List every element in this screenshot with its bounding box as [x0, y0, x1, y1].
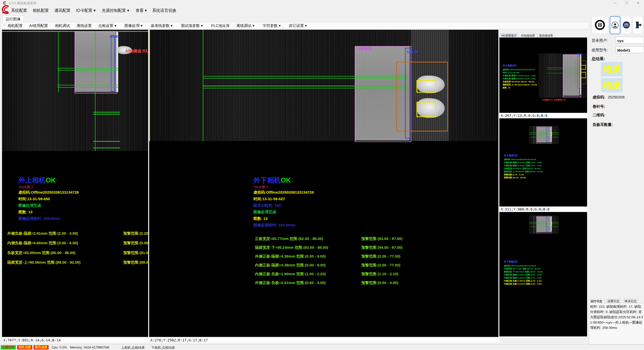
- center-measure-warn: 预警范围:(94.00 - 97.00): [361, 245, 402, 250]
- tool-test-item-params[interactable]: 测试项参数 ▾: [181, 23, 203, 28]
- left-green-hline-4: [57, 87, 118, 88]
- maximize-button[interactable]: ☐: [621, 0, 632, 6]
- ng-thumb-panel-3[interactable]: 外下相机OK 虚拟码:Offline20250208133134728 正极宽度…: [499, 212, 587, 336]
- log-panel[interactable]: 耗时: 222, 缺陷检测耗时: 17, 缺陷分类耗时: 0, 缺陷提取分区耗时…: [589, 303, 644, 344]
- tool-baseline-params[interactable]: 基准线参数 ▾: [151, 23, 173, 28]
- virtual-code-label: 虚拟码:: [593, 95, 605, 100]
- ng-thumb2-line: 负极宽度=83.05mm 范围:(80.00 - 86.00): [504, 167, 540, 170]
- tab-data-curve[interactable]: 数据曲线图: [538, 33, 555, 38]
- qr-code-label: 二维码:: [593, 113, 605, 118]
- menu-io-card-config[interactable]: IO卡配置 ▾: [76, 8, 95, 13]
- tool-camera-debug[interactable]: 相机调试: [55, 23, 70, 28]
- exit-button[interactable]: [633, 16, 643, 34]
- ng-thumb2-line: 外上相机OK: [504, 154, 518, 157]
- menu-system-config[interactable]: 系统配置: [11, 8, 27, 13]
- app-window: CYS-视觉检测系统 — ☐ ✕ 系统配置 相机配置 通讯配置 IO卡配置 ▾ …: [0, 0, 644, 350]
- ng-thumb-panel-1[interactable]: 123.88 AI动阈值:93, 动态阈值:100 外上相机OK 虚拟码:Off…: [499, 38, 587, 113]
- ng-thumb3-line: 外下相机OK: [504, 260, 518, 263]
- toolbar-grip-icon[interactable]: ⣿: [3, 23, 5, 27]
- tab-setting-log[interactable]: 设置日志: [606, 299, 621, 303]
- center-measure-row: 内侧正极-负极=1.90mm 范围:(1.00 - 2.20): [255, 272, 326, 276]
- menu-view[interactable]: 查看 ▾: [136, 8, 147, 13]
- close-button[interactable]: ✕: [632, 0, 644, 6]
- pause-button[interactable]: [592, 16, 608, 34]
- ng-thumb2-line: 预警范围:(81.00 - 85.00): [504, 176, 526, 179]
- model-input[interactable]: [616, 46, 644, 53]
- ng-thumb1-line: 外侧负极-隔膜=2.91mm (2.00 - 3.50): [503, 74, 536, 77]
- tool-spot-check-setting[interactable]: 点检设置 ▾: [98, 23, 116, 28]
- ng-thumb1-line: 负极宽度=83.05mm (80.00 - 86.00): [503, 80, 534, 83]
- center-edge-value: 123.88: [407, 49, 418, 54]
- left-camera-ok: OK: [46, 177, 56, 184]
- center-camera-ok: OK: [281, 177, 291, 184]
- tool-image-process[interactable]: 图像处理 ▾: [124, 23, 143, 28]
- left-camera-cursor-status: X:7677;Y:891;R:14;G:14;B:14: [2, 337, 150, 343]
- winding-pin-label: 卷针号:: [593, 104, 605, 109]
- window-title: CYS-视觉检测系统: [9, 1, 37, 6]
- menu-bar: 系统配置 相机配置 通讯配置 IO卡配置 ▾ 光源控制配置 ▾ 查看 ▾ 系统语…: [0, 6, 644, 16]
- left-edge-value: 55.88: [110, 34, 119, 39]
- bottom-status-bar: 心跳信号 相机连接 通讯连接 Cpu: 0.0% Memory: 3424.41…: [0, 344, 644, 350]
- menu-light-control-config[interactable]: 光源控制配置 ▾: [102, 8, 129, 13]
- tool-camera-config[interactable]: 相机配置: [8, 23, 23, 28]
- menu-language-switch[interactable]: 系统语言切换: [152, 8, 176, 13]
- center-green-vline: [203, 30, 203, 141]
- left-green-hline-3: [57, 85, 118, 85]
- tool-offline-debug[interactable]: 离线调试 ▾: [236, 23, 254, 28]
- center-measure-warn: 预警范围:(2.00 - 77.00): [361, 254, 400, 259]
- center-camera-title: 外下相机OK: [253, 176, 291, 185]
- left-frame-count: 图数: 13: [18, 210, 33, 215]
- tab-run-log[interactable]: 运行日志: [589, 299, 604, 303]
- menu-comm-config[interactable]: 通讯配置: [54, 8, 71, 13]
- center-measure-row: 内侧正极-隔膜=4.38mm 范围:(0.00 - 9.00): [255, 263, 326, 268]
- tool-char-params[interactable]: 字符参数 ▾: [263, 23, 281, 28]
- tab-error-log[interactable]: 错误日志: [623, 299, 638, 303]
- left-yellow-baseline: [2, 31, 148, 32]
- tab-run-image[interactable]: 运行图像: [3, 16, 24, 22]
- ng-thumb1-line: 时间:13-31-59-650: [503, 71, 520, 74]
- comm-link-badge: 通讯连接: [34, 345, 49, 349]
- center-yellow-box-2: [416, 102, 436, 117]
- ng-thumb2-line: 外侧负极-隔膜=2.91mm 范围:(2.00 - 3.50): [504, 161, 542, 164]
- pause-icon: [594, 19, 605, 30]
- center-green-hline-4: [203, 88, 406, 88]
- ng-thumb1-line: 图数: 13: [503, 86, 510, 89]
- left-measure-rect: [111, 35, 115, 92]
- center-measure-warn: 预警范围:(2.00 - 77.00): [361, 263, 400, 268]
- left-camera-title: 外上相机OK: [18, 176, 56, 185]
- login-user-input[interactable]: [616, 37, 644, 44]
- tab-ng-view[interactable]: NG观图显示: [500, 33, 518, 38]
- tool-offline-setting[interactable]: 离线设置: [77, 23, 92, 28]
- minimize-button[interactable]: —: [609, 0, 621, 6]
- center-ng-count: NG次数:0: [254, 185, 268, 189]
- ng-thumb-panel-2[interactable]: 外上相机OK 虚拟码:Offline20250208133134728 外侧负极…: [499, 118, 587, 206]
- center-measure-warn: 预警范围:(0.60 - 4.00): [361, 281, 398, 285]
- tool-other-settings[interactable]: 其它设置 ▾: [289, 23, 307, 28]
- left-measure-row: 负极宽度=83.05mm 范围:(80.00 - 86.00): [7, 251, 76, 255]
- center-tab-ai-time: 极耳AI耗时: 165: [253, 203, 281, 208]
- ng-thumb3-image: [529, 216, 559, 234]
- ng-thumb2-line: 隔膜宽度-上=90.56mm 范围:(88.00 - 92.00): [504, 170, 543, 173]
- center-vcode: 虚拟码:Offline20250208133134728: [253, 190, 314, 195]
- memory-usage-text: Memory: 3424.41796875M: [70, 345, 109, 349]
- user-management-button[interactable]: [621, 16, 631, 34]
- center-camera-cursor-status: X:270;Y:2502;R:17;G:17;B:17: [149, 337, 500, 343]
- left-vcode: 虚拟码:Offline20250208133134728: [18, 190, 79, 195]
- left-green-hline-6: [93, 114, 120, 115]
- center-measure-warn: 预警范围:(83.00 - 87.00): [361, 236, 402, 241]
- menu-camera-config[interactable]: 相机配置: [33, 8, 49, 13]
- left-white-strip: [116, 32, 118, 92]
- center-green-hline-1: [203, 76, 406, 77]
- center-green-hline-2: [203, 78, 406, 79]
- center-time: 时间:13-31-59-627: [253, 197, 285, 201]
- current-user-button[interactable]: [610, 16, 620, 34]
- heartbeat-badge: 心跳信号: [1, 345, 16, 349]
- toolbar: ⣿ 相机配置 AI使用配置 相机调试 离线设置 点检设置 ▾ 图像处理 ▾ 基准…: [2, 22, 588, 29]
- left-camera-panel: AI动阈值:93, 动态阈值:100 55.88 外上相机OK NG次数:1 虚…: [2, 30, 148, 337]
- tool-ai-use-config[interactable]: AI使用配置: [29, 23, 48, 28]
- user-icon: [611, 21, 619, 29]
- top-camera-status-text: 上相机:点检结束: [121, 345, 145, 350]
- camera-link-badge: 相机连接: [17, 345, 32, 349]
- tab-sample-curve[interactable]: 样线曲线图: [520, 33, 536, 38]
- tool-plc-address-lib[interactable]: PLC地址库: [211, 23, 230, 28]
